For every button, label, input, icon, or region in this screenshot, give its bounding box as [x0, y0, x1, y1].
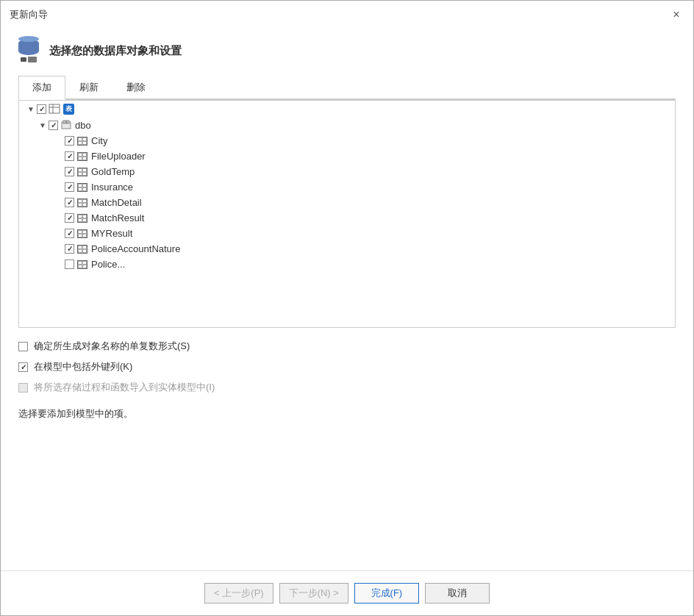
tabs-bar: 添加 刷新 删除 — [18, 74, 676, 100]
tree-root-tables[interactable]: ▼ 表 — [19, 101, 675, 117]
matchdetail-label: MatchDetail — [91, 197, 142, 208]
matchresult-table-icon — [76, 213, 88, 223]
footer: < 上一步(P) 下一步(N) > 完成(F) 取消 — [1, 570, 693, 615]
option-row-3: 将所选存储过程和函数导入到实体模型中(I) — [18, 381, 676, 394]
option-row-1: 确定所生成对象名称的单复数形式(S) — [18, 340, 676, 353]
options-section: 确定所生成对象名称的单复数形式(S) 在模型中包括外键列(K) 将所选存储过程和… — [18, 328, 676, 400]
tree-item-insurance[interactable]: Insurance — [19, 179, 675, 195]
checkbox-insurance[interactable] — [65, 182, 74, 192]
fileuploader-label: FileUploader — [91, 151, 146, 162]
police-ellipsis-label: Police... — [91, 259, 125, 270]
cancel-button[interactable]: 取消 — [425, 583, 490, 604]
matchresult-label: MatchResult — [91, 212, 144, 223]
checkbox-matchresult[interactable] — [65, 213, 74, 223]
tree-item-fileuploader[interactable]: FileUploader — [19, 148, 675, 164]
checkbox-city[interactable] — [65, 136, 74, 146]
tree-dbo[interactable]: ▼ dbo — [19, 117, 675, 133]
city-label: City — [91, 135, 107, 146]
dbo-schema-icon — [60, 119, 72, 131]
checkbox-myresult[interactable] — [65, 229, 74, 238]
goldtemp-table-icon — [76, 167, 88, 177]
dialog-header: 选择您的数据库对象和设置 — [1, 27, 693, 74]
table-type-icon — [49, 103, 60, 115]
dialog: 更新向导 × 选择您的数据库对象和设置 添加 刷新 删除 ▼ — [0, 0, 694, 616]
next-button[interactable]: 下一步(N) > — [279, 583, 348, 604]
myresult-label: MYResult — [91, 228, 132, 239]
status-text: 选择要添加到模型中的项。 — [18, 408, 133, 419]
tree-item-matchresult[interactable]: MatchResult — [19, 210, 675, 226]
tree-container[interactable]: ▼ 表 ▼ — [18, 100, 676, 328]
svg-point-5 — [65, 121, 68, 123]
insurance-table-icon — [76, 182, 88, 193]
tab-add[interactable]: 添加 — [18, 76, 65, 100]
tree-item-city[interactable]: City — [19, 133, 675, 148]
title-bar: 更新向导 × — [1, 1, 693, 27]
city-table-icon — [76, 136, 88, 146]
checkbox-fileuploader[interactable] — [65, 151, 74, 161]
checkbox-goldtemp[interactable] — [65, 167, 74, 176]
expand-dbo-icon[interactable]: ▼ — [37, 119, 49, 131]
insurance-label: Insurance — [91, 182, 133, 193]
checkbox-police-ellipsis[interactable] — [65, 259, 74, 269]
checkbox-tables[interactable] — [37, 104, 46, 114]
header-title: 选择您的数据库对象和设置 — [49, 44, 182, 58]
myresult-table-icon — [76, 229, 88, 239]
svg-rect-0 — [49, 104, 60, 113]
close-button[interactable]: × — [668, 7, 684, 23]
policeaccountnature-table-icon — [76, 244, 88, 254]
dialog-title: 更新向导 — [10, 8, 48, 21]
goldtemp-label: GoldTemp — [91, 166, 135, 177]
tree-item-police-ellipsis[interactable]: Police... — [19, 257, 675, 272]
expand-tables-icon[interactable]: ▼ — [25, 103, 37, 115]
tree-item-matchdetail[interactable]: MatchDetail — [19, 195, 675, 210]
prev-button[interactable]: < 上一步(P) — [204, 583, 273, 604]
tables-tag: 表 — [63, 104, 74, 115]
fileuploader-table-icon — [76, 151, 88, 162]
option1-label: 确定所生成对象名称的单复数形式(S) — [34, 340, 190, 353]
option-row-2: 在模型中包括外键列(K) — [18, 360, 676, 373]
police-ellipsis-table-icon — [76, 259, 88, 270]
status-bar: 选择要添加到模型中的项。 — [18, 400, 676, 423]
checkbox-dbo[interactable] — [49, 121, 58, 130]
plug-icon — [21, 57, 37, 62]
tree-item-goldtemp[interactable]: GoldTemp — [19, 164, 675, 179]
option3-label: 将所选存储过程和函数导入到实体模型中(I) — [34, 381, 215, 394]
tab-delete[interactable]: 删除 — [112, 76, 160, 100]
matchdetail-table-icon — [76, 198, 88, 208]
tree-item-myresult[interactable]: MYResult — [19, 226, 675, 241]
database-icon — [18, 39, 39, 55]
checkbox-option1[interactable] — [18, 342, 28, 351]
content-area: 添加 刷新 删除 ▼ 表 ▼ — [1, 74, 693, 570]
policeaccountnature-label: PoliceAccountNature — [91, 243, 180, 254]
checkbox-option3 — [18, 383, 28, 393]
checkbox-policeaccountnature[interactable] — [65, 244, 74, 254]
dbo-label: dbo — [75, 120, 91, 131]
checkbox-option2[interactable] — [18, 362, 28, 372]
checkbox-matchdetail[interactable] — [65, 198, 74, 207]
option2-label: 在模型中包括外键列(K) — [34, 360, 132, 373]
tree-item-policeaccountnature[interactable]: PoliceAccountNature — [19, 241, 675, 257]
tab-refresh[interactable]: 刷新 — [65, 76, 112, 100]
db-icon — [18, 39, 39, 62]
finish-button[interactable]: 完成(F) — [354, 583, 419, 604]
